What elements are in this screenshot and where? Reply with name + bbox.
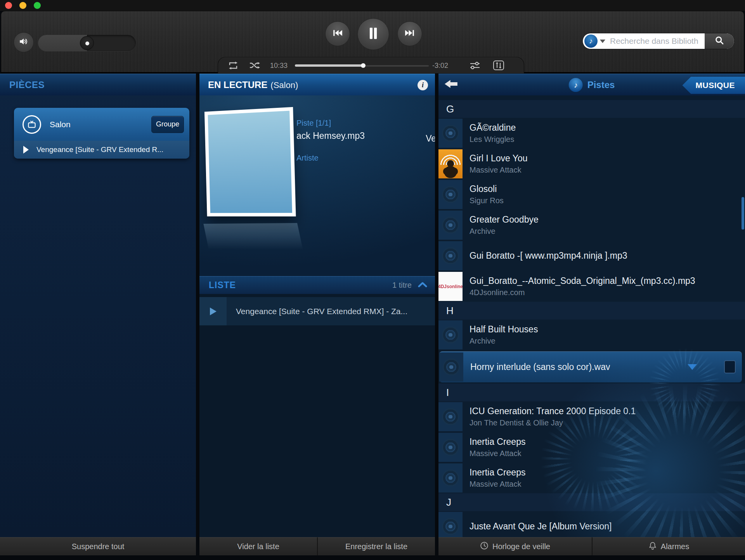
pause-button[interactable]	[357, 18, 389, 50]
browser-header: ♪ Pistes MUSIQUE	[438, 74, 745, 95]
track-artist: Massive Attack	[470, 166, 528, 175]
track-row[interactable]: Half Built HousesArchive	[438, 320, 745, 350]
play-indicator-icon	[23, 146, 29, 154]
default-album-art-icon	[438, 433, 463, 462]
info-icon[interactable]: i	[418, 80, 428, 90]
save-list-button[interactable]: Enregistrer la liste	[317, 537, 435, 555]
track-row[interactable]: Inertia CreepsMassive Attack	[438, 463, 745, 493]
next-track-button[interactable]	[397, 21, 422, 46]
crossfade-icon[interactable]	[470, 61, 480, 72]
track-row[interactable]: ICU Generation: Trance 2000 Episode 0.1J…	[438, 401, 745, 432]
zoom-window-button[interactable]	[34, 2, 41, 9]
play-button[interactable]	[199, 297, 227, 325]
sleep-timer-button[interactable]: Horloge de veille	[438, 537, 592, 555]
orange-album-art-icon	[438, 149, 463, 178]
track-row[interactable]: Juste Avant Que Je [Album Version]	[438, 511, 745, 537]
repeat-icon[interactable]	[228, 61, 238, 71]
musique-badge[interactable]: MUSIQUE	[682, 77, 745, 94]
browser-title: Pistes	[587, 78, 615, 92]
track-row[interactable]: Greater GoodbyeArchive	[438, 210, 745, 240]
queue-count: 1 titre	[392, 281, 412, 290]
close-window-button[interactable]	[5, 2, 12, 9]
track-checkbox[interactable]	[724, 360, 736, 373]
now-playing-title: EN LECTURE	[208, 80, 267, 90]
track-title: Half Built Houses	[470, 324, 538, 335]
track-row[interactable]: GlosoliSigur Ros	[438, 179, 745, 210]
track-title: Inertia Creeps	[470, 467, 525, 478]
equalizer-icon[interactable]	[493, 60, 504, 72]
progress-knob[interactable]	[361, 63, 366, 68]
track-row[interactable]: Inertia CreepsMassive Attack	[438, 432, 745, 463]
volume-slider[interactable]	[38, 35, 136, 51]
section-header: G	[438, 100, 745, 118]
alarms-button[interactable]: Alarmes	[592, 537, 745, 555]
queue-item-title: Vengeance [Suite - GRV Extended RMX] - Z…	[227, 307, 407, 316]
rooms-title: PIÈCES	[9, 74, 45, 96]
progress-fill	[295, 64, 363, 67]
queue-header[interactable]: LISTE 1 titre	[199, 276, 435, 294]
now-playing-body: Piste [1/1] ack Hemsey.mp3 Ve Artiste	[199, 95, 435, 276]
chevron-down-icon[interactable]	[688, 364, 697, 370]
bell-icon	[648, 541, 657, 552]
minimize-window-button[interactable]	[19, 2, 26, 9]
track-artist: Jon The Dentist & Ollie Jay	[470, 418, 636, 427]
progress-bar[interactable]	[295, 64, 429, 67]
default-album-art-icon	[438, 211, 463, 240]
track-text: Greater GoodbyeArchive	[470, 214, 539, 236]
search-scope-caret-icon[interactable]	[600, 40, 605, 43]
default-album-art-icon	[438, 463, 463, 493]
queue-item[interactable]: Vengeance [Suite - GRV Extended RMX] - Z…	[199, 297, 435, 325]
track-title: GÃ©raldine	[470, 123, 516, 133]
chevron-up-icon[interactable]	[418, 282, 427, 289]
default-album-art-icon	[438, 119, 463, 148]
track-number-label: Piste [1/1]	[296, 119, 435, 128]
clock-icon	[480, 541, 489, 552]
section-header: H	[438, 302, 745, 320]
track-row[interactable]: GÃ©raldineLes Wriggles	[438, 118, 745, 149]
previous-icon	[332, 28, 343, 39]
browser-panel: ♪ Pistes MUSIQUE GGÃ©raldineLes Wriggles…	[438, 74, 745, 537]
room-card[interactable]: Salon Groupe Vengeance [Suite - GRV Exte…	[14, 108, 189, 159]
mute-button[interactable]	[14, 32, 34, 52]
track-artist: Massive Attack	[470, 449, 525, 458]
white-album-art-icon: 4DJsonline	[438, 272, 463, 301]
track-row[interactable]: Girl I Love YouMassive Attack	[438, 149, 745, 179]
search-scope-button[interactable]: ♪	[584, 35, 598, 48]
suspend-all-button[interactable]: Suspendre tout	[0, 537, 196, 555]
pause-icon	[367, 27, 379, 41]
track-list: GGÃ©raldineLes WrigglesGirl I Love YouMa…	[438, 95, 745, 537]
music-note-icon: ♪	[589, 37, 593, 45]
remaining-time: -3:02	[432, 62, 448, 70]
track-row[interactable]: Gui Boratto -[ www.mp3mp4.ninja ].mp3	[438, 240, 745, 271]
app-window: ♪ 10:33 -3:02	[0, 0, 745, 560]
transport-bar: 10:33 -3:02	[218, 57, 524, 73]
track-text: Gui_Boratto_--Atomic_Soda_Original_Mix_(…	[470, 276, 695, 297]
now-playing-header: EN LECTURE(Salon) i	[199, 74, 435, 95]
search-input[interactable]	[605, 36, 705, 46]
track-title: Horny interlude (sans solo cor).wav	[470, 362, 610, 372]
shuffle-icon[interactable]	[249, 61, 260, 71]
room-name: Salon	[50, 120, 71, 129]
search-box[interactable]: ♪	[582, 33, 735, 49]
clear-list-button[interactable]: Vider la liste	[199, 537, 317, 555]
search-button[interactable]	[705, 33, 734, 49]
default-album-art-icon	[438, 402, 463, 431]
previous-track-button[interactable]	[325, 21, 350, 46]
room-now-playing[interactable]: Vengeance [Suite - GRV Extended R...	[14, 141, 189, 159]
track-text: Inertia CreepsMassive Attack	[470, 437, 525, 458]
music-note-icon: ♪	[569, 78, 583, 92]
scrollbar-thumb[interactable]	[742, 197, 744, 230]
track-row[interactable]: Horny interlude (sans solo cor).wav	[439, 351, 742, 382]
back-button[interactable]	[445, 79, 458, 90]
track-artist: Les Wriggles	[470, 135, 516, 144]
room-row[interactable]: Salon Groupe	[14, 108, 189, 141]
track-title: Girl I Love You	[470, 153, 528, 164]
track-artist: Sigur Ros	[470, 196, 504, 205]
section-header: I	[438, 384, 745, 401]
back-arrow-icon	[445, 84, 458, 90]
group-button[interactable]: Groupe	[151, 116, 184, 133]
artist-label: Artiste	[296, 154, 435, 162]
now-playing-room: (Salon)	[270, 80, 298, 90]
volume-knob[interactable]	[80, 36, 94, 50]
track-row[interactable]: 4DJsonlineGui_Boratto_--Atomic_Soda_Orig…	[438, 271, 745, 302]
